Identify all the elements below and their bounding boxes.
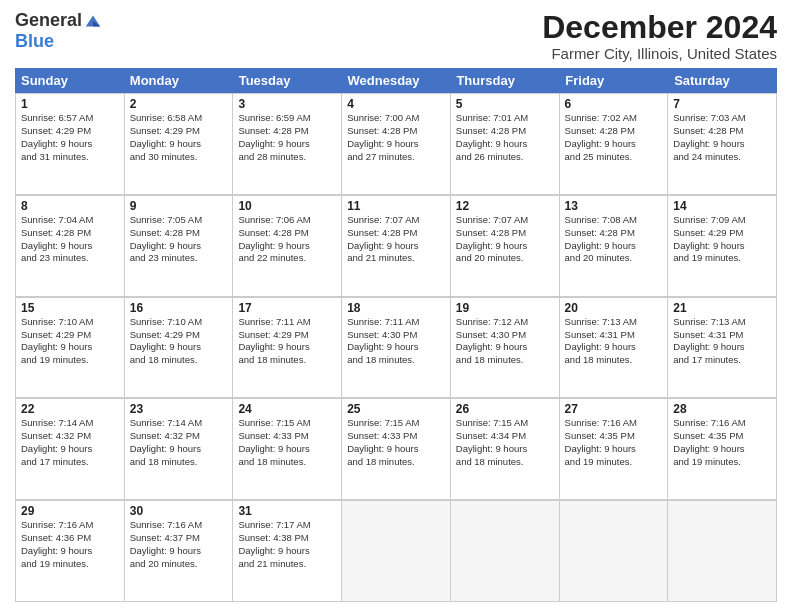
cell-text: and 19 minutes. xyxy=(21,354,119,367)
cell-text: Sunset: 4:29 PM xyxy=(238,329,336,342)
cell-text: Daylight: 9 hours xyxy=(130,341,228,354)
cell-text: Sunset: 4:28 PM xyxy=(21,227,119,240)
day-number: 20 xyxy=(565,301,663,315)
day-number: 8 xyxy=(21,199,119,213)
cell-text: Sunrise: 7:11 AM xyxy=(238,316,336,329)
day-number: 21 xyxy=(673,301,771,315)
cell-text: Sunset: 4:28 PM xyxy=(238,125,336,138)
day-cell-5: 5Sunrise: 7:01 AMSunset: 4:28 PMDaylight… xyxy=(451,94,560,195)
logo-general: General xyxy=(15,10,82,31)
cell-text: and 18 minutes. xyxy=(130,456,228,469)
cell-text: Daylight: 9 hours xyxy=(238,443,336,456)
cell-text: Sunset: 4:33 PM xyxy=(347,430,445,443)
cell-text: and 30 minutes. xyxy=(130,151,228,164)
cell-text: Sunrise: 7:15 AM xyxy=(238,417,336,430)
cell-text: and 24 minutes. xyxy=(673,151,771,164)
cell-text: Daylight: 9 hours xyxy=(21,138,119,151)
cell-text: Daylight: 9 hours xyxy=(347,138,445,151)
cell-text: Sunrise: 7:13 AM xyxy=(565,316,663,329)
cell-text: Sunset: 4:28 PM xyxy=(565,125,663,138)
day-cell-3: 3Sunrise: 6:59 AMSunset: 4:28 PMDaylight… xyxy=(233,94,342,195)
cell-text: and 27 minutes. xyxy=(347,151,445,164)
day-number: 2 xyxy=(130,97,228,111)
cell-text: Sunrise: 7:13 AM xyxy=(673,316,771,329)
day-cell-6: 6Sunrise: 7:02 AMSunset: 4:28 PMDaylight… xyxy=(560,94,669,195)
cell-text: Daylight: 9 hours xyxy=(565,240,663,253)
calendar: SundayMondayTuesdayWednesdayThursdayFrid… xyxy=(15,68,777,602)
day-cell-26: 26Sunrise: 7:15 AMSunset: 4:34 PMDayligh… xyxy=(451,399,560,500)
day-number: 28 xyxy=(673,402,771,416)
cell-text: Sunrise: 7:03 AM xyxy=(673,112,771,125)
cell-text: and 23 minutes. xyxy=(130,252,228,265)
day-cell-2: 2Sunrise: 6:58 AMSunset: 4:29 PMDaylight… xyxy=(125,94,234,195)
cell-text: and 23 minutes. xyxy=(21,252,119,265)
cell-text: Sunset: 4:35 PM xyxy=(565,430,663,443)
cell-text: Sunrise: 7:14 AM xyxy=(21,417,119,430)
empty-cell xyxy=(451,501,560,602)
cell-text: Sunset: 4:29 PM xyxy=(130,329,228,342)
cell-text: and 28 minutes. xyxy=(238,151,336,164)
cell-text: Sunset: 4:28 PM xyxy=(347,227,445,240)
cell-text: and 18 minutes. xyxy=(565,354,663,367)
cell-text: Daylight: 9 hours xyxy=(456,240,554,253)
cell-text: Daylight: 9 hours xyxy=(130,443,228,456)
day-number: 24 xyxy=(238,402,336,416)
cell-text: Daylight: 9 hours xyxy=(130,545,228,558)
day-cell-20: 20Sunrise: 7:13 AMSunset: 4:31 PMDayligh… xyxy=(560,298,669,399)
cell-text: Sunset: 4:28 PM xyxy=(456,227,554,240)
day-header-wednesday: Wednesday xyxy=(342,68,451,93)
day-cell-31: 31Sunrise: 7:17 AMSunset: 4:38 PMDayligh… xyxy=(233,501,342,602)
day-header-saturday: Saturday xyxy=(668,68,777,93)
day-cell-30: 30Sunrise: 7:16 AMSunset: 4:37 PMDayligh… xyxy=(125,501,234,602)
calendar-row-3: 15Sunrise: 7:10 AMSunset: 4:29 PMDayligh… xyxy=(15,297,777,399)
header: General Blue December 2024 Farmer City, … xyxy=(15,10,777,62)
cell-text: and 20 minutes. xyxy=(130,558,228,571)
day-number: 29 xyxy=(21,504,119,518)
cell-text: Daylight: 9 hours xyxy=(347,443,445,456)
cell-text: Sunrise: 7:10 AM xyxy=(21,316,119,329)
cell-text: Sunrise: 7:09 AM xyxy=(673,214,771,227)
main-title: December 2024 xyxy=(542,10,777,45)
cell-text: Daylight: 9 hours xyxy=(238,545,336,558)
day-cell-24: 24Sunrise: 7:15 AMSunset: 4:33 PMDayligh… xyxy=(233,399,342,500)
cell-text: Sunset: 4:28 PM xyxy=(347,125,445,138)
day-cell-12: 12Sunrise: 7:07 AMSunset: 4:28 PMDayligh… xyxy=(451,196,560,297)
cell-text: and 20 minutes. xyxy=(565,252,663,265)
cell-text: Sunset: 4:29 PM xyxy=(21,329,119,342)
logo-icon xyxy=(84,12,102,30)
day-cell-21: 21Sunrise: 7:13 AMSunset: 4:31 PMDayligh… xyxy=(668,298,777,399)
cell-text: and 18 minutes. xyxy=(347,354,445,367)
day-number: 12 xyxy=(456,199,554,213)
calendar-row-2: 8Sunrise: 7:04 AMSunset: 4:28 PMDaylight… xyxy=(15,195,777,297)
cell-text: Sunset: 4:28 PM xyxy=(565,227,663,240)
day-cell-27: 27Sunrise: 7:16 AMSunset: 4:35 PMDayligh… xyxy=(560,399,669,500)
cell-text: Daylight: 9 hours xyxy=(21,545,119,558)
cell-text: Daylight: 9 hours xyxy=(673,240,771,253)
day-cell-28: 28Sunrise: 7:16 AMSunset: 4:35 PMDayligh… xyxy=(668,399,777,500)
day-cell-19: 19Sunrise: 7:12 AMSunset: 4:30 PMDayligh… xyxy=(451,298,560,399)
cell-text: Sunset: 4:28 PM xyxy=(456,125,554,138)
cell-text: Sunset: 4:28 PM xyxy=(130,227,228,240)
day-number: 10 xyxy=(238,199,336,213)
cell-text: Sunrise: 7:10 AM xyxy=(130,316,228,329)
cell-text: Sunset: 4:31 PM xyxy=(673,329,771,342)
cell-text: and 18 minutes. xyxy=(456,456,554,469)
day-cell-14: 14Sunrise: 7:09 AMSunset: 4:29 PMDayligh… xyxy=(668,196,777,297)
cell-text: Daylight: 9 hours xyxy=(456,443,554,456)
cell-text: Sunset: 4:29 PM xyxy=(130,125,228,138)
empty-cell xyxy=(342,501,451,602)
day-cell-7: 7Sunrise: 7:03 AMSunset: 4:28 PMDaylight… xyxy=(668,94,777,195)
cell-text: and 21 minutes. xyxy=(238,558,336,571)
day-number: 22 xyxy=(21,402,119,416)
cell-text: Daylight: 9 hours xyxy=(130,138,228,151)
cell-text: and 18 minutes. xyxy=(456,354,554,367)
cell-text: Daylight: 9 hours xyxy=(673,341,771,354)
day-number: 13 xyxy=(565,199,663,213)
cell-text: Sunrise: 7:15 AM xyxy=(347,417,445,430)
cell-text: Daylight: 9 hours xyxy=(238,341,336,354)
day-header-sunday: Sunday xyxy=(15,68,124,93)
cell-text: Daylight: 9 hours xyxy=(238,138,336,151)
empty-cell xyxy=(668,501,777,602)
cell-text: Sunset: 4:38 PM xyxy=(238,532,336,545)
cell-text: and 25 minutes. xyxy=(565,151,663,164)
